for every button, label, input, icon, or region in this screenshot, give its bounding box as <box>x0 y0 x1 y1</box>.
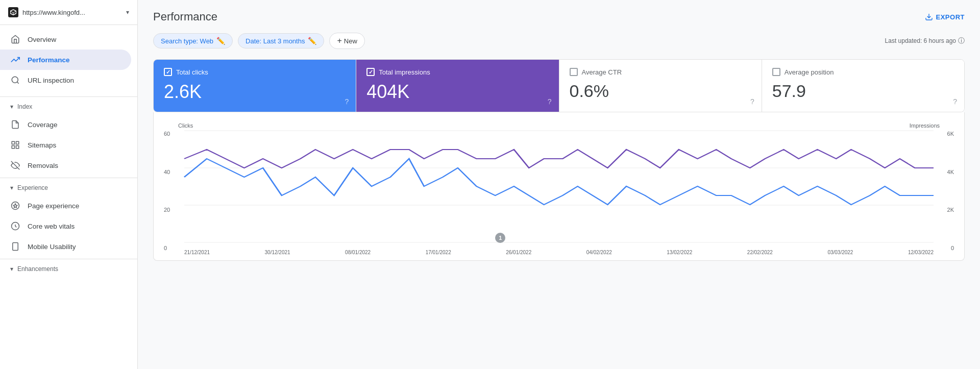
main-content: Performance EXPORT Search type: Web ✏️ D… <box>138 0 980 369</box>
sidebar-item-mobile-usability-label: Mobile Usability <box>28 243 76 251</box>
clicks-checkbox[interactable] <box>164 68 172 76</box>
sidebar-item-core-web-vitals-label: Core web vitals <box>28 223 75 230</box>
sidebar: https://www.kingofd... ▾ Overview Perfor… <box>0 0 138 369</box>
eye-off-icon <box>10 160 20 170</box>
sidebar-item-overview-label: Overview <box>28 36 56 43</box>
sidebar-item-removals[interactable]: Removals <box>0 155 131 176</box>
experience-nav: Page experience Core web vitals Mobile U… <box>0 195 137 257</box>
gauge-icon <box>10 221 20 231</box>
new-label: New <box>344 37 357 45</box>
sidebar-item-page-experience-label: Page experience <box>28 202 79 210</box>
sidebar-item-coverage-label: Coverage <box>28 121 58 129</box>
y-label-right-1: 4K <box>947 169 954 175</box>
trending-up-icon <box>10 55 20 65</box>
last-updated-text: Last updated: 6 hours ago <box>885 37 956 44</box>
star-circle-icon <box>10 201 20 211</box>
metric-total-impressions[interactable]: Total impressions 404K ? <box>356 60 559 112</box>
chart-svg-wrapper <box>184 131 934 243</box>
y-axis-left-title: Clicks <box>178 122 193 129</box>
svg-line-1 <box>17 82 18 83</box>
svg-rect-3 <box>16 141 19 144</box>
svg-rect-2 <box>12 141 14 144</box>
enhancements-section-label: Enhancements <box>17 265 58 273</box>
svg-rect-4 <box>12 146 14 149</box>
sidebar-item-page-experience[interactable]: Page experience <box>0 195 131 216</box>
help-icon[interactable]: ⓘ <box>958 36 965 45</box>
y-label-left-3: 0 <box>164 245 170 251</box>
sidebar-item-removals-label: Removals <box>28 162 58 169</box>
chart-svg <box>184 131 934 243</box>
clicks-label: Total clicks <box>176 68 208 76</box>
impressions-label: Total impressions <box>379 68 430 76</box>
export-button[interactable]: EXPORT <box>925 13 965 21</box>
page-header: Performance EXPORT <box>153 10 965 23</box>
date-filter[interactable]: Date: Last 3 months ✏️ <box>238 33 324 48</box>
metric-average-position[interactable]: Average position 57.9 ? <box>762 60 964 112</box>
sidebar-item-coverage[interactable]: Coverage <box>0 114 131 135</box>
experience-section-label: Experience <box>17 184 48 191</box>
x-label-8: 03/03/2022 <box>827 250 853 255</box>
search-type-filter[interactable]: Search type: Web ✏️ <box>153 33 233 48</box>
index-nav: Coverage Sitemaps Removals <box>0 114 137 176</box>
position-checkbox[interactable] <box>772 68 780 76</box>
ctr-help-icon[interactable]: ? <box>750 97 754 106</box>
impressions-value: 404K <box>366 81 548 103</box>
position-value: 57.9 <box>772 81 954 101</box>
clicks-line <box>184 159 934 205</box>
new-button[interactable]: + New <box>329 33 364 49</box>
ctr-value: 0.6% <box>570 81 751 101</box>
plus-icon: + <box>337 36 341 45</box>
metric-average-ctr[interactable]: Average CTR 0.6% ? <box>559 60 762 112</box>
chart-marker: 1 <box>495 233 505 243</box>
y-labels-right: 6K 4K 2K 0 <box>947 131 954 263</box>
chevron-down-experience-icon: ▾ <box>10 184 13 191</box>
ctr-checkbox[interactable] <box>570 68 578 76</box>
main-nav: Overview Performance URL inspection <box>0 25 137 94</box>
chevron-down-enhancements-icon: ▾ <box>10 265 13 273</box>
y-axis-right-title: Impressions <box>910 122 940 129</box>
x-label-7: 22/02/2022 <box>747 250 773 255</box>
sidebar-item-sitemaps[interactable]: Sitemaps <box>0 135 131 155</box>
site-selector[interactable]: https://www.kingofd... ▾ <box>0 0 137 25</box>
y-label-right-2: 2K <box>947 207 954 213</box>
svg-point-0 <box>12 77 18 83</box>
impressions-help-icon[interactable]: ? <box>548 97 552 106</box>
experience-section-header[interactable]: ▾ Experience <box>0 180 137 195</box>
grid-icon <box>10 140 20 150</box>
sidebar-item-core-web-vitals[interactable]: Core web vitals <box>0 216 131 236</box>
x-label-6: 13/02/2022 <box>667 250 692 255</box>
x-labels: 21/12/2021 30/12/2021 08/01/2022 17/01/2… <box>184 250 934 255</box>
metric-impressions-header: Total impressions <box>366 68 548 76</box>
y-label-left-2: 20 <box>164 207 170 213</box>
sidebar-item-url-inspection[interactable]: URL inspection <box>0 70 131 90</box>
date-label: Date: Last 3 months <box>246 37 305 45</box>
x-label-5: 04/02/2022 <box>586 250 612 255</box>
position-label: Average position <box>785 68 834 76</box>
position-help-icon[interactable]: ? <box>953 97 957 106</box>
mobile-icon <box>10 241 20 252</box>
filters-row: Search type: Web ✏️ Date: Last 3 months … <box>153 33 965 49</box>
metric-ctr-header: Average CTR <box>570 68 751 76</box>
x-label-1: 30/12/2021 <box>265 250 290 255</box>
edit-icon: ✏️ <box>216 37 225 45</box>
metric-clicks-header: Total clicks <box>164 68 346 76</box>
sidebar-item-overview[interactable]: Overview <box>0 29 131 50</box>
sidebar-item-performance-label: Performance <box>28 56 70 64</box>
edit-date-icon: ✏️ <box>308 37 316 45</box>
svg-rect-5 <box>16 146 19 149</box>
impressions-checkbox[interactable] <box>366 68 375 76</box>
sidebar-item-performance[interactable]: Performance <box>0 50 131 70</box>
file-icon <box>10 119 20 130</box>
sidebar-item-url-inspection-label: URL inspection <box>28 77 74 84</box>
index-section-header[interactable]: ▾ Index <box>0 99 137 114</box>
site-url: https://www.kingofd... <box>22 9 122 16</box>
svg-marker-8 <box>13 204 17 208</box>
enhancements-section-header[interactable]: ▾ Enhancements <box>0 261 137 277</box>
metric-total-clicks[interactable]: Total clicks 2.6K ? <box>154 60 356 112</box>
sidebar-item-mobile-usability[interactable]: Mobile Usability <box>0 236 131 257</box>
clicks-help-icon[interactable]: ? <box>345 97 349 106</box>
index-section-label: Index <box>17 103 32 110</box>
page-title: Performance <box>153 10 217 23</box>
metrics-row: Total clicks 2.6K ? Total impressions 40… <box>153 59 965 112</box>
x-label-3: 17/01/2022 <box>426 250 451 255</box>
